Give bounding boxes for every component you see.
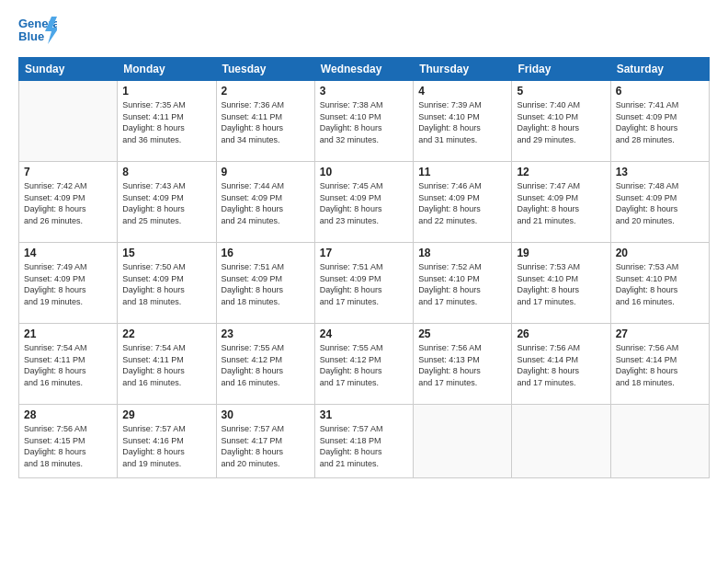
day-info: Sunrise: 7:48 AM Sunset: 4:09 PM Dayligh… bbox=[616, 180, 704, 226]
day-cell: 14Sunrise: 7:49 AM Sunset: 4:09 PM Dayli… bbox=[19, 243, 118, 324]
day-info: Sunrise: 7:43 AM Sunset: 4:09 PM Dayligh… bbox=[122, 180, 210, 226]
col-header-friday: Friday bbox=[512, 58, 610, 81]
calendar: SundayMondayTuesdayWednesdayThursdayFrid… bbox=[18, 57, 710, 478]
week-row-5: 28Sunrise: 7:56 AM Sunset: 4:15 PM Dayli… bbox=[19, 405, 710, 478]
day-number: 11 bbox=[418, 166, 506, 178]
day-number: 10 bbox=[320, 166, 408, 178]
day-number: 12 bbox=[517, 166, 605, 178]
day-info: Sunrise: 7:56 AM Sunset: 4:15 PM Dayligh… bbox=[24, 423, 112, 469]
day-number: 22 bbox=[122, 327, 210, 340]
day-info: Sunrise: 7:50 AM Sunset: 4:09 PM Dayligh… bbox=[122, 261, 210, 307]
day-cell: 1Sunrise: 7:35 AM Sunset: 4:11 PM Daylig… bbox=[118, 81, 216, 162]
day-info: Sunrise: 7:55 AM Sunset: 4:12 PM Dayligh… bbox=[222, 342, 310, 388]
day-number: 2 bbox=[222, 85, 310, 98]
day-cell: 17Sunrise: 7:51 AM Sunset: 4:09 PM Dayli… bbox=[314, 243, 413, 324]
col-header-tuesday: Tuesday bbox=[216, 58, 314, 81]
day-cell: 13Sunrise: 7:48 AM Sunset: 4:09 PM Dayli… bbox=[610, 162, 709, 243]
day-number: 31 bbox=[320, 408, 408, 421]
day-number: 18 bbox=[418, 247, 506, 259]
day-info: Sunrise: 7:56 AM Sunset: 4:13 PM Dayligh… bbox=[418, 342, 506, 388]
day-number: 25 bbox=[418, 327, 506, 340]
day-number: 4 bbox=[418, 85, 506, 98]
day-cell: 31Sunrise: 7:57 AM Sunset: 4:18 PM Dayli… bbox=[314, 405, 413, 478]
day-info: Sunrise: 7:38 AM Sunset: 4:10 PM Dayligh… bbox=[320, 99, 408, 145]
day-number: 20 bbox=[616, 247, 704, 259]
day-number: 14 bbox=[24, 247, 112, 259]
day-info: Sunrise: 7:51 AM Sunset: 4:09 PM Dayligh… bbox=[320, 261, 408, 307]
day-cell: 9Sunrise: 7:44 AM Sunset: 4:09 PM Daylig… bbox=[216, 162, 314, 243]
day-info: Sunrise: 7:54 AM Sunset: 4:11 PM Dayligh… bbox=[24, 342, 112, 388]
day-cell: 26Sunrise: 7:56 AM Sunset: 4:14 PM Dayli… bbox=[512, 324, 610, 405]
svg-text:Blue: Blue bbox=[18, 29, 44, 43]
day-cell: 12Sunrise: 7:47 AM Sunset: 4:09 PM Dayli… bbox=[512, 162, 610, 243]
day-cell: 29Sunrise: 7:57 AM Sunset: 4:16 PM Dayli… bbox=[118, 405, 216, 478]
day-info: Sunrise: 7:42 AM Sunset: 4:09 PM Dayligh… bbox=[24, 180, 112, 226]
day-cell: 21Sunrise: 7:54 AM Sunset: 4:11 PM Dayli… bbox=[19, 324, 118, 405]
day-info: Sunrise: 7:57 AM Sunset: 4:17 PM Dayligh… bbox=[222, 423, 310, 469]
day-info: Sunrise: 7:51 AM Sunset: 4:09 PM Dayligh… bbox=[222, 261, 310, 307]
day-info: Sunrise: 7:41 AM Sunset: 4:09 PM Dayligh… bbox=[616, 99, 704, 145]
day-info: Sunrise: 7:56 AM Sunset: 4:14 PM Dayligh… bbox=[616, 342, 704, 388]
day-info: Sunrise: 7:44 AM Sunset: 4:09 PM Dayligh… bbox=[222, 180, 310, 226]
day-cell: 7Sunrise: 7:42 AM Sunset: 4:09 PM Daylig… bbox=[19, 162, 118, 243]
day-cell: 2Sunrise: 7:36 AM Sunset: 4:11 PM Daylig… bbox=[216, 81, 314, 162]
day-number: 27 bbox=[616, 327, 704, 340]
day-number: 26 bbox=[517, 327, 605, 340]
day-cell: 22Sunrise: 7:54 AM Sunset: 4:11 PM Dayli… bbox=[118, 324, 216, 405]
day-number: 19 bbox=[517, 247, 605, 259]
day-number: 17 bbox=[320, 247, 408, 259]
day-number: 28 bbox=[24, 408, 112, 421]
day-number: 6 bbox=[616, 85, 704, 98]
day-info: Sunrise: 7:53 AM Sunset: 4:10 PM Dayligh… bbox=[616, 261, 704, 307]
day-info: Sunrise: 7:36 AM Sunset: 4:11 PM Dayligh… bbox=[222, 99, 310, 145]
week-row-4: 21Sunrise: 7:54 AM Sunset: 4:11 PM Dayli… bbox=[19, 324, 710, 405]
day-cell bbox=[19, 81, 118, 162]
day-number: 23 bbox=[222, 327, 310, 340]
col-header-saturday: Saturday bbox=[610, 58, 709, 81]
day-info: Sunrise: 7:53 AM Sunset: 4:10 PM Dayligh… bbox=[517, 261, 605, 307]
day-cell bbox=[610, 405, 709, 478]
day-cell: 6Sunrise: 7:41 AM Sunset: 4:09 PM Daylig… bbox=[610, 81, 709, 162]
day-number: 29 bbox=[122, 408, 210, 421]
day-number: 21 bbox=[24, 327, 112, 340]
day-cell: 18Sunrise: 7:52 AM Sunset: 4:10 PM Dayli… bbox=[414, 243, 512, 324]
day-cell: 4Sunrise: 7:39 AM Sunset: 4:10 PM Daylig… bbox=[414, 81, 512, 162]
day-number: 13 bbox=[616, 166, 704, 178]
day-cell: 15Sunrise: 7:50 AM Sunset: 4:09 PM Dayli… bbox=[118, 243, 216, 324]
day-number: 30 bbox=[222, 408, 310, 421]
col-header-monday: Monday bbox=[118, 58, 216, 81]
day-cell: 19Sunrise: 7:53 AM Sunset: 4:10 PM Dayli… bbox=[512, 243, 610, 324]
week-row-3: 14Sunrise: 7:49 AM Sunset: 4:09 PM Dayli… bbox=[19, 243, 710, 324]
col-header-wednesday: Wednesday bbox=[314, 58, 413, 81]
day-info: Sunrise: 7:49 AM Sunset: 4:09 PM Dayligh… bbox=[24, 261, 112, 307]
day-cell: 30Sunrise: 7:57 AM Sunset: 4:17 PM Dayli… bbox=[216, 405, 314, 478]
day-number: 3 bbox=[320, 85, 408, 98]
day-info: Sunrise: 7:57 AM Sunset: 4:16 PM Dayligh… bbox=[122, 423, 210, 469]
day-number: 15 bbox=[122, 247, 210, 259]
day-cell bbox=[414, 405, 512, 478]
day-cell: 28Sunrise: 7:56 AM Sunset: 4:15 PM Dayli… bbox=[19, 405, 118, 478]
day-info: Sunrise: 7:57 AM Sunset: 4:18 PM Dayligh… bbox=[320, 423, 408, 469]
day-number: 1 bbox=[122, 85, 210, 98]
day-info: Sunrise: 7:40 AM Sunset: 4:10 PM Dayligh… bbox=[517, 99, 605, 145]
day-info: Sunrise: 7:55 AM Sunset: 4:12 PM Dayligh… bbox=[320, 342, 408, 388]
logo: GeneralBlue bbox=[18, 15, 57, 48]
day-number: 7 bbox=[24, 166, 112, 178]
day-info: Sunrise: 7:45 AM Sunset: 4:09 PM Dayligh… bbox=[320, 180, 408, 226]
day-info: Sunrise: 7:56 AM Sunset: 4:14 PM Dayligh… bbox=[517, 342, 605, 388]
day-number: 16 bbox=[222, 247, 310, 259]
day-cell: 16Sunrise: 7:51 AM Sunset: 4:09 PM Dayli… bbox=[216, 243, 314, 324]
col-header-sunday: Sunday bbox=[19, 58, 118, 81]
day-cell: 8Sunrise: 7:43 AM Sunset: 4:09 PM Daylig… bbox=[118, 162, 216, 243]
page: GeneralBlue SundayMondayTuesdayWednesday… bbox=[0, 0, 728, 563]
day-info: Sunrise: 7:54 AM Sunset: 4:11 PM Dayligh… bbox=[122, 342, 210, 388]
header-row: SundayMondayTuesdayWednesdayThursdayFrid… bbox=[19, 58, 710, 81]
day-number: 5 bbox=[517, 85, 605, 98]
day-cell bbox=[512, 405, 610, 478]
day-number: 9 bbox=[222, 166, 310, 178]
day-cell: 10Sunrise: 7:45 AM Sunset: 4:09 PM Dayli… bbox=[314, 162, 413, 243]
day-cell: 25Sunrise: 7:56 AM Sunset: 4:13 PM Dayli… bbox=[414, 324, 512, 405]
header: GeneralBlue bbox=[18, 15, 710, 48]
col-header-thursday: Thursday bbox=[414, 58, 512, 81]
day-info: Sunrise: 7:39 AM Sunset: 4:10 PM Dayligh… bbox=[418, 99, 506, 145]
